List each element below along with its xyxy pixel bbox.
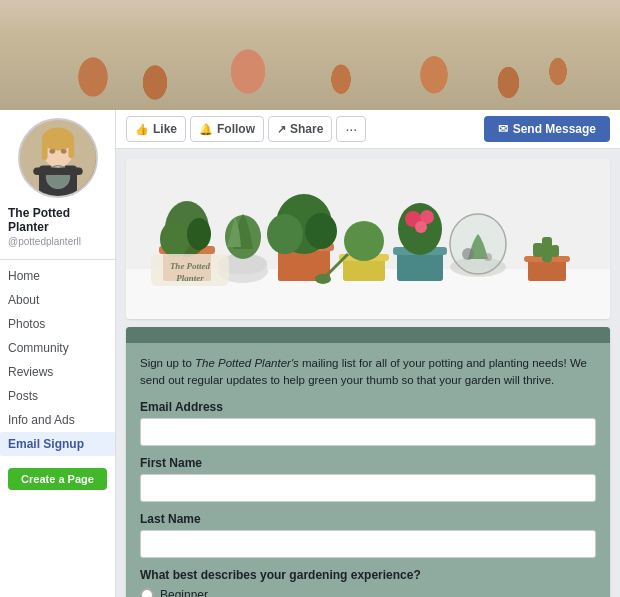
- svg-rect-44: [533, 243, 543, 257]
- svg-point-30: [315, 274, 331, 284]
- svg-rect-41: [528, 259, 566, 281]
- signup-card: Sign up to The Potted Planter's mailing …: [126, 327, 610, 597]
- svg-point-29: [344, 221, 384, 261]
- last-name-input[interactable]: [140, 530, 596, 558]
- sidebar-item-info-ads[interactable]: Info and Ads: [0, 408, 115, 432]
- signup-body: Sign up to The Potted Planter's mailing …: [126, 343, 610, 597]
- svg-rect-8: [33, 168, 60, 176]
- first-name-field-group: First Name: [140, 456, 596, 502]
- sidebar-item-home[interactable]: Home: [0, 264, 115, 288]
- svg-point-10: [49, 149, 55, 154]
- page-content: The Potted Planter Sign up to The Potted…: [116, 149, 620, 597]
- svg-text:The Potted: The Potted: [170, 261, 211, 271]
- first-name-input[interactable]: [140, 474, 596, 502]
- last-name-field-group: Last Name: [140, 512, 596, 558]
- send-message-button[interactable]: ✉ Send Message: [484, 116, 610, 142]
- action-bar: 👍 Like 🔔 Follow ↗ Share ··· ✉ Send Messa…: [116, 110, 620, 149]
- sidebar-item-about[interactable]: About: [0, 288, 115, 312]
- share-icon: ↗: [277, 123, 286, 136]
- svg-point-36: [415, 221, 427, 233]
- svg-point-40: [484, 253, 492, 261]
- sidebar-item-email-signup[interactable]: Email Signup: [0, 432, 115, 456]
- svg-point-17: [160, 221, 190, 257]
- like-icon: 👍: [135, 123, 149, 136]
- sidebar-item-community[interactable]: Community: [0, 336, 115, 360]
- email-field-group: Email Address: [140, 400, 596, 446]
- share-button[interactable]: ↗ Share: [268, 116, 332, 142]
- email-label: Email Address: [140, 400, 596, 414]
- sidebar-item-reviews[interactable]: Reviews: [0, 360, 115, 384]
- svg-point-25: [267, 214, 303, 254]
- plant-image-card: The Potted Planter: [126, 159, 610, 319]
- gardening-question: What best describes your gardening exper…: [140, 568, 596, 582]
- nav-menu: Home About Photos Community Reviews Post…: [0, 260, 115, 460]
- messenger-icon: ✉: [498, 122, 508, 136]
- svg-rect-31: [397, 251, 443, 281]
- svg-point-39: [462, 248, 474, 260]
- svg-rect-45: [551, 245, 559, 257]
- email-input[interactable]: [140, 418, 596, 446]
- signup-description: Sign up to The Potted Planter's mailing …: [140, 355, 596, 390]
- first-name-label: First Name: [140, 456, 596, 470]
- signup-card-header: [126, 327, 610, 343]
- sidebar-item-posts[interactable]: Posts: [0, 384, 115, 408]
- content-area: 👍 Like 🔔 Follow ↗ Share ··· ✉ Send Messa…: [116, 110, 620, 597]
- beginner-option[interactable]: Beginner: [140, 588, 596, 598]
- svg-rect-43: [542, 237, 552, 262]
- create-page-button[interactable]: Create a Page: [8, 468, 107, 490]
- svg-rect-9: [56, 168, 83, 176]
- cover-photo: [0, 0, 620, 110]
- page-handle: @pottedplanterll: [8, 236, 107, 247]
- gardening-experience-group: What best describes your gardening exper…: [140, 568, 596, 598]
- svg-rect-6: [68, 139, 74, 158]
- more-button[interactable]: ···: [336, 116, 366, 142]
- follow-icon: 🔔: [199, 123, 213, 136]
- avatar: [18, 118, 98, 198]
- beginner-radio[interactable]: [140, 588, 154, 598]
- profile-section: The Potted Planter @pottedplanterll: [0, 110, 115, 260]
- follow-button[interactable]: 🔔 Follow: [190, 116, 264, 142]
- svg-point-11: [60, 149, 66, 154]
- sidebar-item-photos[interactable]: Photos: [0, 312, 115, 336]
- like-button[interactable]: 👍 Like: [126, 116, 186, 142]
- svg-text:Planter: Planter: [176, 273, 204, 283]
- svg-rect-5: [41, 139, 47, 160]
- svg-point-26: [305, 213, 337, 249]
- plant-image: The Potted Planter: [126, 159, 610, 319]
- last-name-label: Last Name: [140, 512, 596, 526]
- sidebar: The Potted Planter @pottedplanterll Home…: [0, 110, 116, 597]
- page-name: The Potted Planter: [8, 204, 107, 236]
- svg-point-18: [187, 218, 211, 250]
